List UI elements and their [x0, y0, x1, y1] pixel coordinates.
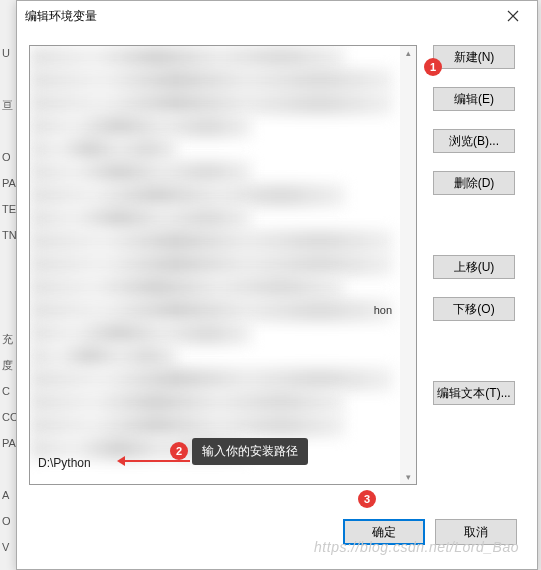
titlebar: 编辑环境变量 [17, 1, 537, 31]
new-button[interactable]: 新建(N) [433, 45, 515, 69]
delete-button[interactable]: 删除(D) [433, 171, 515, 195]
dialog-content: hon D:\Python ▴ ▾ 新建(N) 编辑(E) 浏览(B)... 删… [17, 31, 537, 491]
scroll-down-icon[interactable]: ▾ [400, 470, 416, 484]
annotation-arrow [120, 460, 190, 462]
scrollbar[interactable]: ▴ ▾ [400, 46, 416, 484]
dialog-title: 编辑环境变量 [25, 8, 97, 25]
button-column: 新建(N) 编辑(E) 浏览(B)... 删除(D) 上移(U) 下移(O) 编… [433, 45, 515, 485]
move-down-button[interactable]: 下移(O) [433, 297, 515, 321]
annotation-badge-1: 1 [424, 58, 442, 76]
close-button[interactable] [493, 2, 533, 30]
edit-text-button[interactable]: 编辑文本(T)... [433, 381, 515, 405]
close-icon [507, 10, 519, 22]
edit-button[interactable]: 编辑(E) [433, 87, 515, 111]
visible-path-fragment: hon [374, 304, 392, 316]
annotation-badge-3: 3 [358, 490, 376, 508]
listbox-inner [30, 46, 400, 484]
browse-button[interactable]: 浏览(B)... [433, 129, 515, 153]
path-listbox[interactable]: hon D:\Python ▴ ▾ [29, 45, 417, 485]
scroll-up-icon[interactable]: ▴ [400, 46, 416, 60]
move-up-button[interactable]: 上移(U) [433, 255, 515, 279]
annotation-badge-2: 2 [170, 442, 188, 460]
edit-env-var-dialog: 编辑环境变量 [16, 0, 538, 570]
watermark-text: https://blog.csdn.net/Lord_Bao [314, 539, 519, 555]
annotation-tooltip: 输入你的安装路径 [192, 438, 308, 465]
path-input-value: D:\Python [38, 456, 91, 470]
